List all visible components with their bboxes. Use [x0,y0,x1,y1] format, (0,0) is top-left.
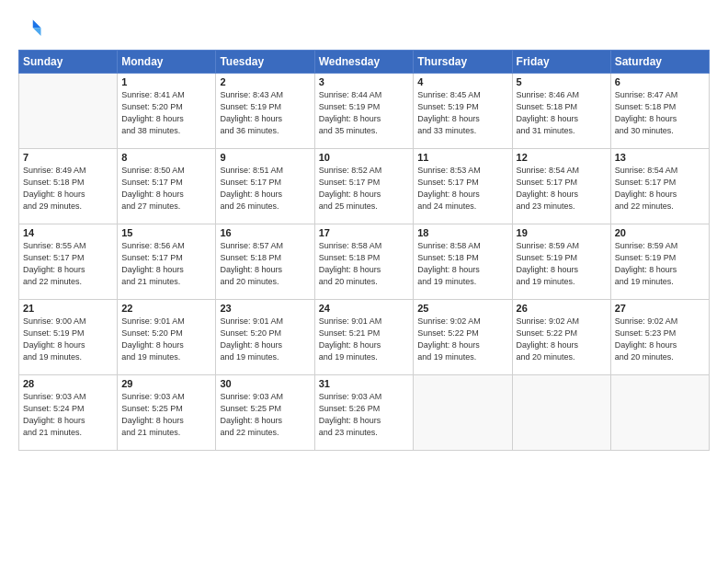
day-number: 21 [23,303,113,314]
week-row-4: 21Sunrise: 9:00 AM Sunset: 5:19 PM Dayli… [19,300,710,375]
day-info: Sunrise: 9:03 AM Sunset: 5:25 PM Dayligh… [121,391,211,439]
calendar-cell: 12Sunrise: 8:54 AM Sunset: 5:17 PM Dayli… [512,149,610,224]
calendar-cell: 3Sunrise: 8:44 AM Sunset: 5:19 PM Daylig… [314,74,414,149]
logo-icon [18,17,44,42]
calendar-cell: 29Sunrise: 9:03 AM Sunset: 5:25 PM Dayli… [118,375,216,451]
calendar-cell: 18Sunrise: 8:58 AM Sunset: 5:18 PM Dayli… [414,224,512,300]
logo [18,17,48,42]
day-info: Sunrise: 9:02 AM Sunset: 5:23 PM Dayligh… [615,316,705,363]
week-row-3: 14Sunrise: 8:55 AM Sunset: 5:17 PM Dayli… [19,224,710,300]
day-number: 28 [23,378,113,389]
calendar-cell: 15Sunrise: 8:56 AM Sunset: 5:17 PM Dayli… [118,224,216,300]
day-info: Sunrise: 8:53 AM Sunset: 5:17 PM Dayligh… [417,165,507,213]
weekday-header-monday: Monday [118,51,216,74]
weekday-header-sunday: Sunday [19,51,118,74]
day-number: 7 [23,152,113,163]
day-number: 27 [615,303,705,314]
svg-marker-0 [33,20,41,29]
day-number: 9 [220,152,310,163]
day-info: Sunrise: 8:54 AM Sunset: 5:17 PM Dayligh… [517,165,607,213]
day-info: Sunrise: 8:55 AM Sunset: 5:17 PM Dayligh… [23,240,113,288]
calendar-cell: 28Sunrise: 9:03 AM Sunset: 5:24 PM Dayli… [19,375,118,451]
day-info: Sunrise: 8:58 AM Sunset: 5:18 PM Dayligh… [417,240,507,288]
day-number: 3 [319,76,410,87]
day-info: Sunrise: 8:45 AM Sunset: 5:19 PM Dayligh… [417,89,507,137]
weekday-header-friday: Friday [512,51,610,74]
week-row-1: 1Sunrise: 8:41 AM Sunset: 5:20 PM Daylig… [19,74,710,149]
day-number: 17 [319,227,410,238]
calendar-cell: 1Sunrise: 8:41 AM Sunset: 5:20 PM Daylig… [118,74,216,149]
weekday-header-wednesday: Wednesday [314,51,414,74]
day-info: Sunrise: 8:56 AM Sunset: 5:17 PM Dayligh… [121,240,211,288]
day-info: Sunrise: 8:41 AM Sunset: 5:20 PM Dayligh… [121,89,211,137]
day-number: 13 [615,152,705,163]
day-info: Sunrise: 8:52 AM Sunset: 5:17 PM Dayligh… [319,165,410,213]
day-info: Sunrise: 8:54 AM Sunset: 5:17 PM Dayligh… [615,165,705,213]
day-number: 22 [121,303,211,314]
day-number: 6 [615,76,705,87]
calendar-cell: 20Sunrise: 8:59 AM Sunset: 5:19 PM Dayli… [610,224,709,300]
day-info: Sunrise: 8:50 AM Sunset: 5:17 PM Dayligh… [121,165,211,213]
calendar-cell: 11Sunrise: 8:53 AM Sunset: 5:17 PM Dayli… [414,149,512,224]
day-info: Sunrise: 8:43 AM Sunset: 5:19 PM Dayligh… [220,89,310,137]
day-number: 2 [220,76,310,87]
calendar-cell: 24Sunrise: 9:01 AM Sunset: 5:21 PM Dayli… [314,300,414,375]
day-number: 18 [417,227,507,238]
day-info: Sunrise: 8:47 AM Sunset: 5:18 PM Dayligh… [615,89,705,137]
calendar-cell [19,74,118,149]
day-number: 31 [319,378,410,389]
day-number: 30 [220,378,310,389]
day-number: 24 [319,303,410,314]
day-info: Sunrise: 8:51 AM Sunset: 5:17 PM Dayligh… [220,165,310,213]
calendar-cell [414,375,512,451]
day-number: 29 [121,378,211,389]
calendar-table: SundayMondayTuesdayWednesdayThursdayFrid… [18,50,710,451]
calendar-cell: 5Sunrise: 8:46 AM Sunset: 5:18 PM Daylig… [512,74,610,149]
weekday-header-thursday: Thursday [414,51,512,74]
day-info: Sunrise: 9:01 AM Sunset: 5:20 PM Dayligh… [121,316,211,363]
svg-marker-1 [33,28,41,36]
calendar-cell: 6Sunrise: 8:47 AM Sunset: 5:18 PM Daylig… [610,74,709,149]
calendar-cell: 13Sunrise: 8:54 AM Sunset: 5:17 PM Dayli… [610,149,709,224]
day-info: Sunrise: 9:01 AM Sunset: 5:21 PM Dayligh… [319,316,410,363]
day-info: Sunrise: 8:44 AM Sunset: 5:19 PM Dayligh… [319,89,410,137]
day-number: 25 [417,303,507,314]
day-number: 5 [517,76,607,87]
day-info: Sunrise: 9:02 AM Sunset: 5:22 PM Dayligh… [517,316,607,363]
day-number: 10 [319,152,410,163]
weekday-header-saturday: Saturday [610,51,709,74]
week-row-2: 7Sunrise: 8:49 AM Sunset: 5:18 PM Daylig… [19,149,710,224]
calendar-cell: 27Sunrise: 9:02 AM Sunset: 5:23 PM Dayli… [610,300,709,375]
day-info: Sunrise: 8:57 AM Sunset: 5:18 PM Dayligh… [220,240,310,288]
day-number: 11 [417,152,507,163]
day-info: Sunrise: 8:58 AM Sunset: 5:18 PM Dayligh… [319,240,410,288]
day-info: Sunrise: 9:03 AM Sunset: 5:24 PM Dayligh… [23,391,113,439]
calendar-cell [610,375,709,451]
calendar-cell: 30Sunrise: 9:03 AM Sunset: 5:25 PM Dayli… [216,375,314,451]
calendar-cell: 16Sunrise: 8:57 AM Sunset: 5:18 PM Dayli… [216,224,314,300]
header [18,17,710,42]
day-number: 20 [615,227,705,238]
day-number: 23 [220,303,310,314]
day-info: Sunrise: 9:02 AM Sunset: 5:22 PM Dayligh… [417,316,507,363]
calendar-cell: 25Sunrise: 9:02 AM Sunset: 5:22 PM Dayli… [414,300,512,375]
week-row-5: 28Sunrise: 9:03 AM Sunset: 5:24 PM Dayli… [19,375,710,451]
calendar-cell: 17Sunrise: 8:58 AM Sunset: 5:18 PM Dayli… [314,224,414,300]
calendar-cell: 22Sunrise: 9:01 AM Sunset: 5:20 PM Dayli… [118,300,216,375]
page: SundayMondayTuesdayWednesdayThursdayFrid… [0,0,728,563]
calendar-cell: 23Sunrise: 9:01 AM Sunset: 5:20 PM Dayli… [216,300,314,375]
day-number: 19 [517,227,607,238]
day-info: Sunrise: 8:49 AM Sunset: 5:18 PM Dayligh… [23,165,113,213]
calendar-cell: 14Sunrise: 8:55 AM Sunset: 5:17 PM Dayli… [19,224,118,300]
day-number: 4 [417,76,507,87]
day-info: Sunrise: 9:00 AM Sunset: 5:19 PM Dayligh… [23,316,113,363]
day-number: 16 [220,227,310,238]
day-info: Sunrise: 8:59 AM Sunset: 5:19 PM Dayligh… [615,240,705,288]
calendar-cell: 4Sunrise: 8:45 AM Sunset: 5:19 PM Daylig… [414,74,512,149]
calendar-cell: 19Sunrise: 8:59 AM Sunset: 5:19 PM Dayli… [512,224,610,300]
day-number: 8 [121,152,211,163]
day-info: Sunrise: 9:03 AM Sunset: 5:26 PM Dayligh… [319,391,410,439]
day-info: Sunrise: 8:46 AM Sunset: 5:18 PM Dayligh… [517,89,607,137]
day-number: 14 [23,227,113,238]
day-number: 1 [121,76,211,87]
